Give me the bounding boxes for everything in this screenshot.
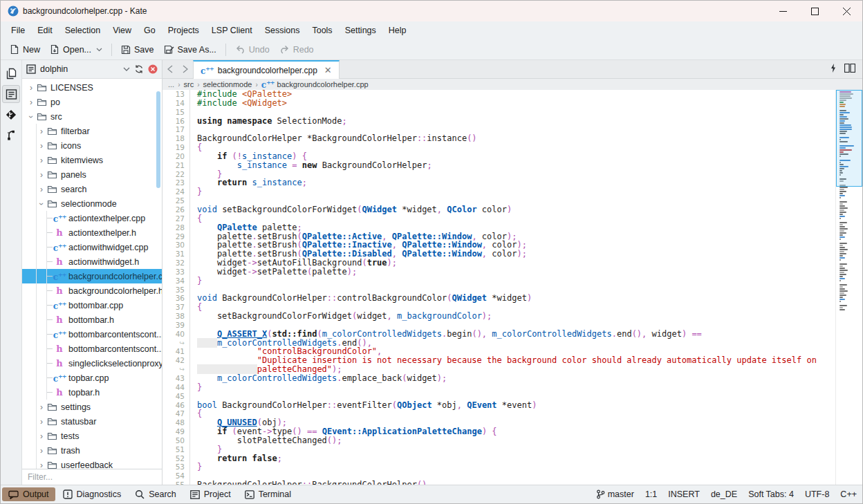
expand-arrow-icon[interactable]: ›	[37, 156, 46, 165]
chevron-down-icon[interactable]	[96, 48, 102, 52]
menu-help[interactable]: Help	[382, 24, 413, 37]
split-view-icon[interactable]	[844, 64, 855, 75]
minimap-scrollbar[interactable]	[835, 90, 862, 485]
tree-folder-panels[interactable]: ›panels	[22, 167, 162, 182]
status-item-label: de_DE	[711, 489, 737, 499]
tree-file-bottombar-cpp[interactable]: c++bottombar.cpp	[22, 298, 162, 312]
menu-view[interactable]: View	[106, 24, 138, 37]
tree-folder-trash[interactable]: ›trash	[22, 443, 162, 458]
code-editor[interactable]: 13#include <QPalette>14#include <QWidget…	[163, 90, 835, 485]
expand-arrow-icon[interactable]: ›	[37, 418, 46, 426]
quick-open-icon[interactable]	[830, 64, 836, 75]
status-master[interactable]: master	[596, 489, 634, 499]
tree-folder-settings[interactable]: ›settings	[22, 400, 162, 414]
menu-projects[interactable]: Projects	[162, 24, 205, 37]
line-number: 43	[163, 374, 190, 383]
menu-go[interactable]: Go	[138, 24, 162, 37]
tree-file-singleclickselectionproxy-[interactable]: hsingleclickselectionproxy...	[22, 356, 162, 371]
filter-input[interactable]	[22, 469, 162, 485]
sidebar-tool-project[interactable]	[2, 85, 20, 103]
panel-button-search[interactable]: Search	[129, 487, 183, 501]
expand-arrow-icon[interactable]: ›	[37, 142, 46, 150]
tree-folder-selectionmode[interactable]: ›selectionmode	[22, 196, 162, 211]
expand-arrow-icon[interactable]: ›	[37, 185, 46, 194]
breadcrumb-backgroundcolorhelper-cpp[interactable]: c++backgroundcolorhelper.cpp	[261, 79, 369, 90]
menu-edit[interactable]: Edit	[31, 24, 59, 37]
status-c++[interactable]: C++	[840, 489, 857, 499]
expand-arrow-icon[interactable]: ›	[37, 127, 46, 136]
tree-folder-tests[interactable]: ›tests	[22, 429, 162, 443]
tree-folder-userfeedback[interactable]: ›userfeedback	[22, 458, 162, 469]
close-project-icon[interactable]	[148, 64, 158, 74]
breadcrumb-src[interactable]: src	[184, 80, 194, 88]
tree-file-actionwithwidget-h[interactable]: hactionwithwidget.h	[22, 254, 162, 269]
history-back-icon[interactable]	[163, 60, 178, 78]
panel-button-project[interactable]: Project	[184, 487, 237, 501]
status-de-de[interactable]: de_DE	[711, 489, 737, 499]
collapse-arrow-icon[interactable]: ›	[37, 200, 46, 208]
tree-file-actiontexthelper-h[interactable]: hactiontexthelper.h	[22, 225, 162, 240]
tree-file-backgroundcolorhelper-c-[interactable]: c++backgroundcolorhelper.c...	[22, 269, 162, 283]
expand-arrow-icon[interactable]: ›	[37, 403, 46, 411]
status-1-1[interactable]: 1:1	[645, 489, 657, 499]
tree-folder-statusbar[interactable]: ›statusbar	[22, 414, 162, 429]
tree-file-actiontexthelper-cpp[interactable]: c++actiontexthelper.cpp	[22, 211, 162, 225]
tree-file-topbar-cpp[interactable]: c++topbar.cpp	[22, 371, 162, 385]
tree-scrollbar[interactable]	[156, 91, 160, 188]
tree-file-bottombarcontentscont-[interactable]: c++bottombarcontentscont...	[22, 327, 162, 342]
save-button[interactable]: Save	[116, 43, 159, 57]
expand-arrow-icon[interactable]: ›	[37, 432, 46, 440]
maximize-button[interactable]	[799, 1, 830, 21]
menu-lsp-client[interactable]: LSP Client	[205, 24, 259, 37]
tree-folder-icons[interactable]: ›icons	[22, 138, 162, 153]
tree-file-backgroundcolorhelper-h[interactable]: hbackgroundcolorhelper.h	[22, 283, 162, 298]
tree-file-bottombar-h[interactable]: hbottombar.h	[22, 312, 162, 327]
menu-tools[interactable]: Tools	[306, 24, 338, 37]
panel-button-output[interactable]: Output	[2, 487, 55, 501]
close-button[interactable]	[830, 1, 862, 21]
status-utf-8[interactable]: UTF-8	[805, 489, 829, 499]
menu-sessions[interactable]: Sessions	[259, 24, 306, 37]
history-forward-icon[interactable]	[178, 60, 193, 78]
tree-folder-filterbar[interactable]: ›filterbar	[22, 124, 162, 138]
save-as-button[interactable]: Save As...	[159, 43, 221, 57]
tree-folder-search[interactable]: ›search	[22, 182, 162, 196]
undo-button[interactable]: Undo	[230, 43, 275, 57]
expand-arrow-icon[interactable]: ›	[26, 84, 36, 92]
menu-settings[interactable]: Settings	[339, 24, 382, 37]
expand-arrow-icon[interactable]: ›	[37, 461, 46, 469]
tab-backgroundcolorhelper[interactable]: c++ backgroundcolorhelper.cpp ✕	[193, 60, 340, 79]
chevron-down-icon[interactable]	[123, 67, 130, 71]
collapse-arrow-icon[interactable]: ›	[26, 113, 36, 121]
breadcrumb-ellipsis[interactable]: ...	[168, 80, 174, 88]
tree-folder-po[interactable]: ›po	[22, 95, 162, 109]
folder-icon	[46, 127, 57, 136]
expand-arrow-icon[interactable]: ›	[37, 171, 46, 179]
status-soft-tabs-4[interactable]: Soft Tabs: 4	[748, 489, 794, 499]
minimize-button[interactable]	[767, 1, 799, 21]
panel-button-terminal[interactable]: Terminal	[239, 487, 297, 501]
tree-file-actionwithwidget-cpp[interactable]: c++actionwithwidget.cpp	[22, 240, 162, 254]
tab-close-icon[interactable]: ✕	[324, 65, 332, 75]
sidebar-tool-symbols[interactable]	[2, 127, 20, 144]
menu-selection[interactable]: Selection	[59, 24, 106, 37]
expand-arrow-icon[interactable]: ›	[37, 447, 46, 455]
menu-file[interactable]: File	[5, 24, 31, 37]
sidebar-tool-git[interactable]	[2, 106, 20, 124]
sidebar-tool-documents[interactable]	[2, 64, 20, 82]
tree-file-topbar-h[interactable]: htopbar.h	[22, 385, 162, 400]
tree-file-bottombarcontentscont-[interactable]: hbottombarcontentscont...	[22, 342, 162, 356]
tree-folder-src[interactable]: ›src	[22, 109, 162, 124]
expand-arrow-icon[interactable]: ›	[26, 98, 36, 106]
status-insert[interactable]: INSERT	[668, 489, 700, 499]
tree-folder-kitemviews[interactable]: ›kitemviews	[22, 153, 162, 167]
minimap-viewport[interactable]	[836, 90, 862, 187]
project-selector[interactable]: dolphin	[40, 64, 119, 74]
refresh-icon[interactable]	[134, 64, 144, 74]
breadcrumb-selectionmode[interactable]: selectionmode	[203, 80, 252, 88]
new-button[interactable]: New	[5, 42, 45, 57]
tree-folder-licenses[interactable]: ›LICENSES	[22, 80, 162, 95]
open-button[interactable]: Open...	[45, 42, 107, 57]
redo-button[interactable]: Redo	[275, 43, 319, 57]
panel-button-diagnostics[interactable]: Diagnostics	[57, 487, 128, 501]
